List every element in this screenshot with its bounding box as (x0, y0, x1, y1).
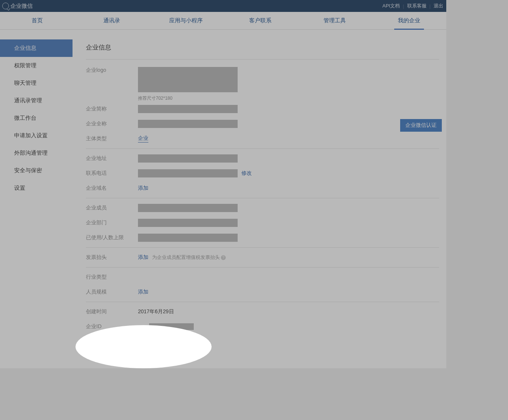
created-value: 2017年6月29日 (138, 308, 174, 315)
topbar-separator: | (403, 3, 404, 9)
label-quota: 已使用/人数上限 (86, 234, 138, 241)
nav-tab-contacts[interactable]: 通讯录 (74, 12, 149, 29)
corp-id-masked (149, 323, 194, 330)
scale-add-link[interactable]: 添加 (138, 289, 148, 295)
short-name-value (138, 105, 238, 113)
departments-value (138, 219, 238, 227)
domain-add-link[interactable]: 添加 (138, 185, 148, 192)
invoice-hint: 为企业成员配置增值税发票抬头 (152, 254, 220, 261)
invoice-add-link[interactable]: 添加 (138, 254, 148, 261)
label-departments: 企业部门 (86, 219, 138, 226)
phone-edit-link[interactable]: 修改 (241, 170, 252, 177)
page-title: 企业信息 (86, 39, 439, 59)
topbar-separator: | (430, 3, 431, 9)
top-link-contact[interactable]: 联系客服 (407, 3, 427, 9)
label-scale: 人员规模 (86, 289, 138, 295)
verify-button[interactable]: 企业微信认证 (400, 119, 442, 132)
phone-value (138, 169, 238, 177)
sidebar-item-addressbook[interactable]: 通讯录管理 (0, 92, 73, 109)
label-members: 企业成员 (86, 205, 138, 211)
help-icon[interactable]: ? (221, 255, 226, 260)
nav-tab-customer[interactable]: 客户联系 (223, 12, 298, 29)
label-subject-type: 主体类型 (86, 135, 138, 142)
full-name-value (138, 120, 238, 128)
sidebar-item-permissions[interactable]: 权限管理 (0, 57, 73, 74)
label-corp-id: 企业ID (86, 323, 138, 330)
top-link-logout[interactable]: 退出 (434, 3, 443, 9)
label-logo: 企业logo (86, 67, 138, 74)
nav-tab-apps[interactable]: 应用与小程序 (149, 12, 223, 29)
corp-id-value: ww (138, 324, 145, 330)
label-phone: 联系电话 (86, 170, 138, 177)
sidebar-item-workbench[interactable]: 微工作台 (0, 109, 73, 127)
sidebar-item-settings[interactable]: 设置 (0, 179, 73, 197)
nav-tab-home[interactable]: 首页 (0, 12, 74, 29)
address-value (138, 154, 238, 163)
label-short-name: 企业简称 (86, 106, 138, 112)
subject-type-value[interactable]: 企业 (138, 135, 148, 142)
label-invoice: 发票抬头 (86, 254, 138, 261)
label-domain: 企业域名 (86, 185, 138, 192)
label-industry: 行业类型 (86, 274, 138, 280)
sidebar-item-security[interactable]: 安全与保密 (0, 162, 73, 179)
sidebar-item-corp-info[interactable]: 企业信息 (0, 39, 73, 57)
sidebar-item-external[interactable]: 外部沟通管理 (0, 144, 73, 162)
brand-name: 企业微信 (10, 3, 33, 10)
label-full-name: 企业全称 (86, 121, 138, 127)
quota-value (138, 234, 238, 242)
main-nav: 首页 通讯录 应用与小程序 客户联系 管理工具 我的企业 (0, 12, 446, 30)
label-created: 创建时间 (86, 308, 138, 315)
members-value (138, 204, 238, 212)
topbar: 企业微信 API文档 | 联系客服 | 退出 (0, 0, 446, 12)
brand-logo-icon (2, 3, 9, 9)
label-address: 企业地址 (86, 155, 138, 162)
logo-placeholder[interactable] (138, 67, 238, 92)
nav-tab-mycorp[interactable]: 我的企业 (372, 12, 446, 29)
logo-hint: 推荐尺寸702*180 (138, 95, 439, 102)
sidebar-item-chat[interactable]: 聊天管理 (0, 74, 73, 92)
top-link-api[interactable]: API文档 (382, 3, 400, 9)
nav-tab-tools[interactable]: 管理工具 (298, 12, 372, 29)
sidebar-item-join-settings[interactable]: 申请加入设置 (0, 127, 73, 144)
sidebar: 企业信息 权限管理 聊天管理 通讯录管理 微工作台 申请加入设置 外部沟通管理 … (0, 39, 73, 197)
